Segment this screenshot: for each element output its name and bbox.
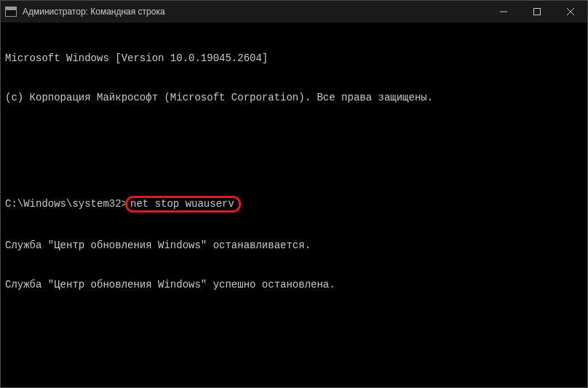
- close-button[interactable]: [554, 1, 587, 23]
- cmd-icon: [5, 7, 17, 17]
- window-controls: [487, 1, 587, 23]
- output-line: Служба "Центр обновления Windows" успешн…: [5, 278, 583, 291]
- titlebar[interactable]: Администратор: Командная строка: [1, 1, 587, 23]
- banner-line: (c) Корпорация Майкрософт (Microsoft Cor…: [5, 91, 583, 104]
- window-title: Администратор: Командная строка: [21, 7, 165, 17]
- highlighted-command: net stop wuauserv: [125, 196, 241, 213]
- app-icon: [1, 1, 21, 23]
- minimize-button[interactable]: [487, 1, 520, 23]
- cmd-window: Администратор: Командная строка Microsof…: [0, 0, 588, 388]
- blank-line: [5, 317, 583, 330]
- output-line: Служба "Центр обновления Windows" остана…: [5, 239, 583, 252]
- blank-line: [5, 357, 583, 370]
- banner-line: Microsoft Windows [Version 10.0.19045.26…: [5, 52, 583, 65]
- prompt: C:\Windows\system32>: [5, 198, 127, 210]
- console-output[interactable]: Microsoft Windows [Version 10.0.19045.26…: [1, 23, 587, 387]
- blank-line: [5, 130, 583, 143]
- svg-rect-1: [534, 9, 541, 15]
- maximize-button[interactable]: [520, 1, 554, 23]
- prompt-line: C:\Windows\system32>net stop wuauserv: [5, 196, 583, 213]
